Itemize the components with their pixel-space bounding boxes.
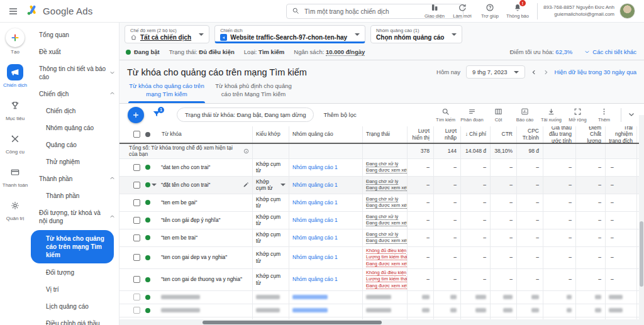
sidebar-item[interactable]: Đề xuất: [30, 43, 119, 60]
tool-segment[interactable]: Phân đoạn: [459, 107, 485, 123]
collapse-table-chevron-icon[interactable]: [625, 109, 638, 121]
tool-columns[interactable]: Cột: [486, 107, 511, 123]
metric-cell: –: [408, 269, 434, 290]
redacted-bar: [567, 308, 572, 312]
header-col[interactable]: Trạng thái: [363, 126, 408, 143]
rail-item-tools[interactable]: Công cụ: [0, 131, 30, 155]
google-ads-logo[interactable]: Google Ads: [26, 4, 93, 19]
sidebar-item[interactable]: Đối tượng, từ khoá và nội dung: [30, 204, 119, 229]
sidebar-item[interactable]: Thành phần: [30, 170, 119, 187]
sidebar-item[interactable]: Vị trí: [30, 281, 119, 298]
header-col[interactable]: Trải nghiệm trang đích: [606, 126, 637, 143]
select-all-checkbox[interactable]: [133, 131, 140, 138]
view-selector[interactable]: Chế độ xem (2 bộ lọc) Tất cả chiến dịch: [125, 25, 209, 43]
header-col[interactable]: ↓Chi phí: [461, 126, 491, 143]
tool-label: Thêm: [598, 117, 610, 123]
sidebar-item[interactable]: Từ khóa cho quảng cáo trên mạng Tìm kiếm: [31, 230, 114, 263]
campaign-selector[interactable]: Chiến dịch Website traffic-Search-97-cho…: [214, 25, 365, 43]
match-type-cell[interactable]: Khớp cụm từ: [253, 177, 289, 194]
row-checkbox[interactable]: [133, 217, 140, 224]
keyword-cell[interactable]: "tên con gái đẹp ý nghĩa": [158, 212, 253, 229]
tool-more[interactable]: Thêm: [591, 107, 617, 123]
row-checkbox[interactable]: [133, 164, 140, 171]
header-col[interactable]: CTR: [491, 126, 517, 143]
rail-item-gear[interactable]: Quản trị: [0, 197, 30, 221]
topbar-action-refresh[interactable]: Làm mới: [448, 3, 476, 19]
row-checkbox[interactable]: [133, 254, 140, 261]
row-checkbox[interactable]: [133, 234, 140, 241]
keyword-status-filter-chip[interactable]: Trạng thái từ khóa: Đang bật, Đang tạm d…: [177, 107, 314, 122]
rail-item-megaphone[interactable]: Chiến dịch: [0, 64, 30, 88]
rail-item-card[interactable]: Thanh toán: [0, 164, 30, 188]
row-checkbox[interactable]: [133, 276, 140, 283]
vertical-scrollbar-thumb[interactable]: [640, 221, 643, 287]
show-last-30-days-link[interactable]: Hiện dữ liệu trong 30 ngày qua: [555, 69, 636, 75]
ad-group-link[interactable]: Nhóm quảng cáo 1: [292, 234, 338, 241]
tool-search[interactable]: Tìm kiếm: [433, 107, 458, 123]
info-icon[interactable]: [243, 148, 249, 154]
add-filter-button[interactable]: Thêm bộ lọc: [323, 111, 356, 118]
horizontal-scrollbar-thumb[interactable]: [203, 321, 382, 324]
header-col[interactable]: Kiểu khớp: [253, 126, 289, 143]
help-icon: [486, 3, 494, 12]
ad-group-link[interactable]: Nhóm quảng cáo 1: [292, 164, 338, 171]
previous-period-button[interactable]: [531, 69, 537, 75]
ad-group-link[interactable]: Nhóm quảng cáo 1: [292, 276, 338, 283]
menu-icon[interactable]: [0, 6, 26, 16]
sidebar-item[interactable]: Chiến dịch: [30, 102, 119, 119]
date-range-selector[interactable]: 9 thg 7, 2023: [466, 65, 525, 79]
tool-expand[interactable]: Mở rộng: [565, 107, 591, 123]
edit-keyword-icon[interactable]: [243, 182, 249, 188]
topbar-action-appearance[interactable]: Giao diện: [421, 3, 448, 19]
account-info[interactable]: 893-768-8857 Nguyễn Đức Anhguiemailchoto…: [543, 4, 614, 18]
ad-group-link[interactable]: Nhóm quảng cáo 1: [292, 254, 338, 261]
tool-download[interactable]: Tải xuống: [538, 107, 564, 123]
topbar-action-bell[interactable]: !Thông báo: [504, 3, 531, 19]
keyword-cell[interactable]: "dat ten cho con trai": [158, 159, 253, 176]
header-col[interactable]: Lượt nhấp: [434, 126, 461, 143]
rail-item-trophy[interactable]: Mục tiêu: [0, 97, 30, 121]
tool-report[interactable]: Báo cáo: [512, 107, 538, 123]
filter-button[interactable]: 1: [152, 109, 161, 121]
next-period-button[interactable]: [543, 69, 549, 75]
sidebar-item[interactable]: Quảng cáo: [30, 136, 119, 153]
header-col[interactable]: Điểm Chất lượng: [576, 126, 606, 143]
row-checkbox[interactable]: [133, 182, 140, 189]
topbar-action-help[interactable]: Trợ giúp: [476, 3, 504, 19]
sidebar-item[interactable]: Thông tin chi tiết và báo cáo: [30, 60, 119, 85]
keyword-cell[interactable]: "ten em be gai": [158, 194, 253, 211]
keyword-cell[interactable]: "ten em be trai": [158, 229, 253, 246]
sidebar-item[interactable]: Điều chỉnh giá thầu nâng cao: [30, 315, 119, 325]
header-col[interactable]: CPC Tr.bình: [517, 126, 543, 143]
sidebar-item[interactable]: Lịch quảng cáo: [30, 298, 119, 315]
sidebar-item[interactable]: Thành phần: [30, 187, 119, 204]
sidebar-item[interactable]: Chiến dịch: [30, 85, 119, 102]
tab-negative-keywords[interactable]: Từ khoá phủ định cho quảng cáo trên Mạng…: [211, 80, 296, 103]
keyword-cell[interactable]: "đặt tên cho con trai": [158, 177, 253, 194]
more-details-link[interactable]: Các chi tiết khác: [584, 48, 636, 55]
row-checkbox[interactable]: [133, 199, 140, 206]
ad-group-link[interactable]: Nhóm quảng cáo 1: [292, 217, 338, 224]
adgroup-selector[interactable]: Nhóm quảng cáo (1) Chọn nhóm quảng cáo: [370, 25, 462, 43]
keyword-cell[interactable]: "ten con gai de thuong va y nghia": [158, 269, 253, 290]
more-icon: [600, 107, 608, 116]
header-col[interactable]: Giá thầu đầu trang ước tính: [543, 126, 576, 143]
row-checkbox[interactable]: [133, 307, 140, 314]
add-keyword-button[interactable]: [128, 107, 144, 123]
avatar[interactable]: [619, 3, 635, 19]
sidebar-item[interactable]: Tổng quan: [30, 26, 119, 43]
sidebar-item-label: Thử nghiệm: [46, 158, 80, 166]
header-col[interactable]: Nhóm quảng cáo: [289, 126, 363, 143]
status-dot-caret-icon[interactable]: [152, 184, 157, 186]
tab-search-keywords[interactable]: Từ khóa cho quảng cáo trên mạng Tìm kiếm: [125, 80, 209, 103]
ad-group-link[interactable]: Nhóm quảng cáo 1: [292, 182, 338, 189]
sidebar-item[interactable]: Đối tượng: [30, 264, 119, 281]
header-keyword[interactable]: Từ khóa: [158, 126, 253, 143]
sidebar-item[interactable]: Thử nghiệm: [30, 153, 119, 170]
header-col[interactable]: Lượt hiển thị: [408, 126, 434, 143]
rail-item-plus-create[interactable]: Tạo: [0, 28, 30, 55]
sidebar-item[interactable]: Nhóm quảng cáo: [30, 119, 119, 136]
keyword-cell[interactable]: "ten con gai dep va y nghia": [158, 247, 253, 268]
row-checkbox[interactable]: [133, 294, 140, 300]
ad-group-link[interactable]: Nhóm quảng cáo 1: [292, 199, 338, 206]
